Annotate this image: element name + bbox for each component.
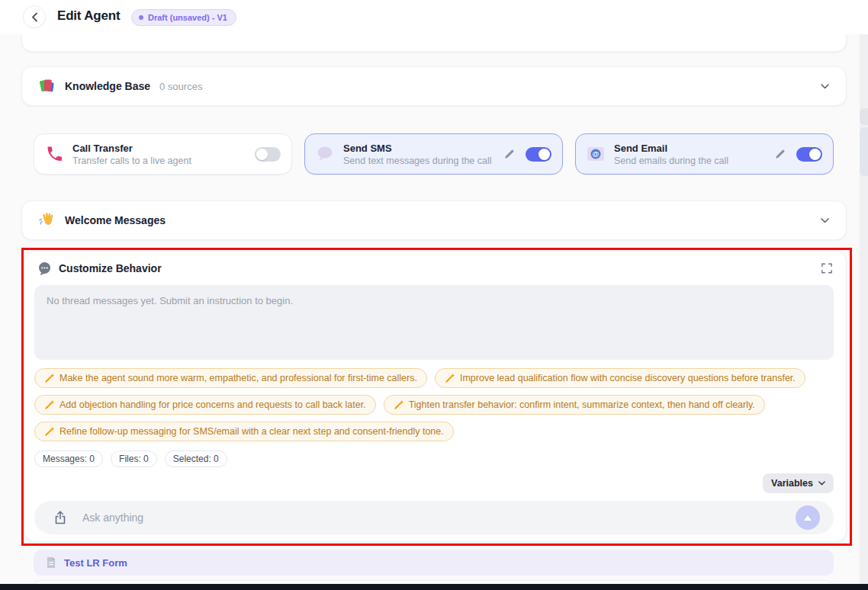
pencil-icon — [775, 149, 786, 159]
suggestion-chip-label: Make the agent sound more warm, empathet… — [59, 373, 417, 383]
send-sms-toggle[interactable] — [526, 147, 551, 162]
variables-label: Variables — [771, 478, 813, 489]
edit-agent-page: Edit Agent Draft (unsaved) - V1 Knowledg… — [0, 0, 868, 590]
call-transfer-toggle[interactable] — [255, 147, 281, 162]
call-transfer-subtitle: Transfer calls to a live agent — [72, 156, 246, 166]
call-transfer-card[interactable]: Call Transfer Transfer calls to a live a… — [34, 133, 292, 175]
knowledge-base-icon — [39, 78, 56, 95]
files-counter: Files: 0 — [111, 451, 157, 467]
messages-counter: Messages: 0 — [34, 451, 103, 467]
send-email-subtitle: Send emails during the call — [614, 156, 764, 166]
send-email-title: Send Email — [614, 143, 764, 154]
expand-button[interactable] — [820, 261, 834, 275]
call-transfer-texts: Call Transfer Transfer calls to a live a… — [72, 143, 246, 166]
phone-icon — [45, 145, 63, 163]
customize-behavior-header: Customize Behavior — [34, 252, 834, 285]
customize-behavior-section: Customize Behavior No thread messages ye… — [24, 251, 847, 542]
suggestion-chip-label: Improve lead qualification flow with con… — [460, 373, 796, 383]
selected-counter: Selected: 0 — [165, 451, 227, 467]
send-sms-title: Send SMS — [343, 143, 493, 154]
chevron-down-icon — [818, 481, 825, 486]
thread-empty-text: No thread messages yet. Submit an instru… — [47, 295, 821, 306]
status-badge-label: Draft (unsaved) - V1 — [148, 13, 227, 22]
send-sms-subtitle: Send text messages during the call — [343, 156, 493, 166]
send-email-card[interactable]: @ Send Email Send emails during the call — [575, 133, 834, 175]
welcome-messages-section[interactable]: Welcome Messages — [21, 200, 847, 240]
send-email-texts: Send Email Send emails during the call — [614, 143, 764, 166]
pencil-icon — [504, 149, 515, 159]
suggestion-chip[interactable]: Add objection handling for price concern… — [34, 395, 376, 415]
knowledge-base-title: Knowledge Base — [65, 80, 150, 92]
right-edge-card-peek — [860, 108, 868, 125]
ask-anything-input[interactable] — [82, 511, 796, 524]
page-header: Edit Agent Draft (unsaved) - V1 — [0, 0, 868, 34]
status-dot-icon — [139, 15, 143, 20]
test-lr-form-label: Test LR Form — [64, 557, 127, 569]
instruction-input-bar — [34, 501, 834, 534]
send-sms-texts: Send SMS Send text messages during the c… — [343, 143, 493, 166]
svg-text:@: @ — [593, 150, 600, 158]
magic-wand-icon — [44, 427, 54, 437]
thread-messages-area: No thread messages yet. Submit an instru… — [34, 285, 834, 360]
edit-sms-button[interactable] — [503, 147, 516, 161]
suggestion-chip-label: Tighten transfer behavior: confirm inten… — [409, 399, 755, 410]
upload-icon[interactable] — [54, 511, 66, 524]
suggestion-chip[interactable]: Improve lead qualification flow with con… — [435, 368, 805, 388]
features-row: Call Transfer Transfer calls to a live a… — [34, 133, 834, 175]
sms-bubble-icon — [316, 146, 334, 162]
chevron-down-icon[interactable] — [821, 218, 829, 223]
status-badge: Draft (unsaved) - V1 — [131, 9, 236, 26]
test-lr-form-section[interactable]: Test LR Form — [34, 550, 834, 576]
suggestion-chip[interactable]: Refine follow-up messaging for SMS/email… — [34, 422, 454, 441]
arrow-up-icon — [804, 515, 812, 521]
magic-wand-icon — [394, 400, 403, 410]
suggestion-chip-label: Refine follow-up messaging for SMS/email… — [59, 426, 444, 437]
magic-wand-icon — [445, 374, 455, 383]
knowledge-base-section[interactable]: Knowledge Base 0 sources — [21, 66, 847, 106]
right-edge-card-peek-2 — [860, 127, 868, 176]
edit-email-button[interactable] — [773, 147, 787, 161]
back-button[interactable] — [23, 5, 46, 28]
chat-bubble-icon — [37, 261, 52, 276]
thread-counters: Messages: 0 Files: 0 Selected: 0 — [34, 451, 834, 467]
send-sms-card[interactable]: Send SMS Send text messages during the c… — [304, 133, 563, 175]
suggestion-chip[interactable]: Tighten transfer behavior: confirm inten… — [384, 395, 765, 415]
variables-dropdown[interactable]: Variables — [763, 473, 834, 493]
chevron-left-icon — [31, 12, 38, 22]
knowledge-base-count: 0 sources — [159, 81, 202, 92]
send-email-toggle[interactable] — [796, 147, 822, 162]
document-icon — [46, 556, 56, 569]
call-transfer-title: Call Transfer — [72, 143, 246, 154]
variables-row: Variables — [34, 473, 834, 493]
magic-wand-icon — [44, 374, 54, 383]
welcome-messages-title: Welcome Messages — [65, 214, 166, 226]
expand-icon — [821, 263, 832, 274]
send-button[interactable] — [796, 505, 820, 530]
waving-hand-icon — [39, 212, 56, 229]
magic-wand-icon — [44, 400, 54, 410]
bottom-bar — [0, 584, 868, 590]
chevron-down-icon[interactable] — [821, 84, 829, 89]
suggestion-chip-label: Add objection handling for price concern… — [59, 399, 366, 410]
customize-behavior-title: Customize Behavior — [59, 262, 162, 274]
suggestion-chip[interactable]: Make the agent sound more warm, empathet… — [34, 368, 427, 388]
suggestion-chips: Make the agent sound more warm, empathet… — [34, 368, 834, 441]
page-title: Edit Agent — [57, 8, 120, 24]
email-at-icon: @ — [587, 146, 605, 162]
